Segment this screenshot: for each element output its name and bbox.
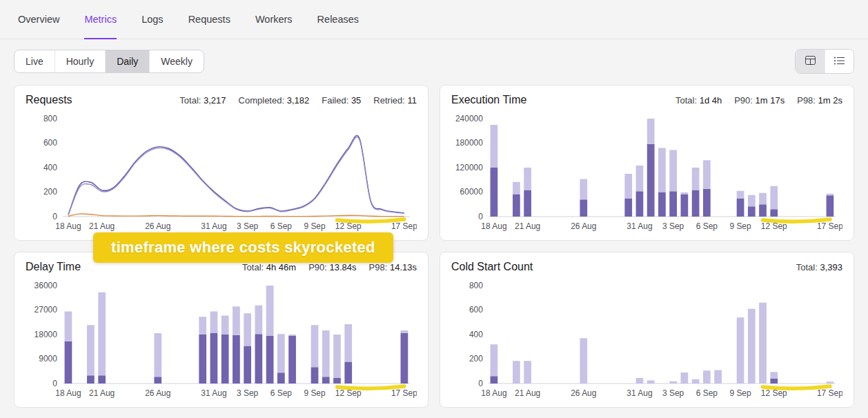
- requests-card: Requests Total: 3,217 Completed: 3,182 F…: [14, 85, 428, 241]
- table-view-button[interactable]: [796, 50, 825, 73]
- bar-segment: [748, 309, 756, 384]
- x-axis-tick-label: 26 Aug: [571, 388, 596, 398]
- bar-segment: [210, 311, 218, 333]
- stat-label: P98:: [369, 262, 388, 272]
- stat-label: Retried:: [373, 95, 405, 106]
- stat-label: P90:: [734, 95, 753, 106]
- card-title: Cold Start Count: [451, 261, 533, 273]
- x-axis-tick-label: 9 Sep: [304, 388, 326, 398]
- bar-segment: [748, 195, 756, 207]
- nav-item-logs[interactable]: Logs: [141, 0, 163, 39]
- bar-segment: [244, 346, 251, 384]
- card-stats: Total: 4h 46m P90: 13.84s P98: 14.13s: [242, 262, 417, 272]
- requests-chart: 020040060080018 Aug21 Aug26 Aug31 Aug3 S…: [26, 112, 417, 235]
- bar-segment: [513, 361, 520, 384]
- stat-label: P90:: [308, 262, 327, 272]
- range-weekly-button[interactable]: Weekly: [149, 50, 204, 72]
- stat-value: 14.13s: [390, 262, 417, 272]
- y-axis-tick-label: 800: [43, 114, 57, 123]
- bar-segment: [524, 168, 531, 190]
- card-stats: Total: 3,217 Completed: 3,182 Failed: 35…: [179, 95, 417, 106]
- bar-segment: [333, 335, 341, 378]
- highlight-stroke: [763, 219, 830, 221]
- bar-segment: [681, 372, 689, 384]
- range-hourly-button[interactable]: Hourly: [55, 50, 105, 72]
- bar-segment: [221, 335, 229, 384]
- bar-segment: [647, 144, 655, 217]
- bar-segment: [266, 286, 274, 336]
- delay-time-card: Delay Time Total: 4h 46m P90: 13.84s P98…: [14, 252, 428, 408]
- bar-segment: [491, 376, 498, 384]
- bar-segment: [714, 370, 722, 384]
- y-axis-tick-label: 9000: [39, 354, 57, 364]
- bar-segment: [344, 324, 352, 361]
- stat-value: 35: [351, 95, 361, 106]
- range-live-button[interactable]: Live: [14, 50, 55, 72]
- card-stats: Total: 3,393: [796, 262, 842, 272]
- bar-segment: [98, 292, 106, 375]
- bar-segment: [513, 194, 520, 217]
- y-axis-tick-label: 36000: [34, 281, 58, 290]
- bar-segment: [322, 330, 330, 377]
- bar-segment: [98, 375, 106, 384]
- x-axis-tick-label: 9 Sep: [304, 221, 326, 231]
- bar-segment: [759, 303, 767, 384]
- bar-segment: [636, 191, 644, 217]
- bar-segment: [692, 168, 700, 190]
- bar-segment: [748, 206, 756, 217]
- bar-segment: [692, 190, 700, 217]
- chart-svg: 020040060080018 Aug21 Aug26 Aug31 Aug3 S…: [26, 112, 417, 235]
- bar-segment: [636, 166, 644, 191]
- nav-item-requests[interactable]: Requests: [188, 0, 230, 39]
- metrics-page: Overview Metrics Logs Requests Workers R…: [0, 0, 868, 418]
- card-title: Execution Time: [451, 94, 526, 106]
- y-axis-tick-label: 200: [43, 187, 57, 197]
- bar-segment: [524, 361, 531, 384]
- highlight-stroke: [337, 219, 404, 221]
- bar-segment: [65, 311, 72, 341]
- bar-segment: [277, 372, 285, 384]
- cold-start-count-card: Cold Start Count Total: 3,393 0200400600…: [440, 252, 854, 408]
- x-axis-tick-label: 26 Aug: [145, 221, 170, 231]
- stat-label: Total:: [242, 262, 264, 272]
- x-axis-tick-label: 17 Sep: [817, 388, 842, 398]
- x-axis-tick-label: 6 Sep: [270, 221, 293, 231]
- bar-segment: [827, 194, 834, 195]
- x-axis-tick-label: 18 Aug: [481, 388, 506, 398]
- nav-item-metrics[interactable]: Metrics: [84, 0, 117, 39]
- bar-segment: [344, 361, 352, 384]
- line-series: [68, 214, 404, 217]
- nav-item-overview[interactable]: Overview: [18, 0, 59, 39]
- stat-value: 11: [408, 95, 417, 106]
- bar-segment: [759, 204, 767, 217]
- toolbar: Live Hourly Daily Weekly: [0, 39, 868, 74]
- highlight-stroke: [337, 386, 404, 388]
- bar-segment: [624, 198, 632, 217]
- bar-segment: [491, 344, 498, 376]
- bar-segment: [266, 336, 274, 384]
- bar-segment: [87, 325, 95, 375]
- y-axis-tick-label: 600: [43, 138, 57, 148]
- bar-segment: [288, 335, 296, 336]
- x-axis-tick-label: 26 Aug: [145, 388, 170, 398]
- list-view-button[interactable]: [825, 50, 854, 73]
- bar-segment: [311, 367, 319, 384]
- bar-segment: [703, 370, 711, 384]
- x-axis-tick-label: 18 Aug: [55, 388, 81, 398]
- stat-value: 3,217: [204, 95, 226, 106]
- nav-item-workers[interactable]: Workers: [255, 0, 293, 39]
- bar-segment: [199, 317, 206, 335]
- stat-value: 13.84s: [330, 262, 357, 272]
- stat-label: P98:: [797, 95, 816, 106]
- execution-time-chart: 06000012000018000024000018 Aug21 Aug26 A…: [451, 112, 842, 235]
- bar-segment: [737, 191, 744, 199]
- x-axis-tick-label: 21 Aug: [89, 221, 115, 231]
- bar-segment: [580, 199, 587, 217]
- y-axis-tick-label: 600: [469, 305, 483, 315]
- nav-item-releases[interactable]: Releases: [317, 0, 359, 39]
- range-daily-button[interactable]: Daily: [105, 50, 149, 72]
- bar-segment: [737, 198, 744, 217]
- y-axis-tick-label: 180000: [455, 138, 483, 148]
- stat-label: Total:: [675, 95, 697, 106]
- top-nav: Overview Metrics Logs Requests Workers R…: [0, 0, 868, 39]
